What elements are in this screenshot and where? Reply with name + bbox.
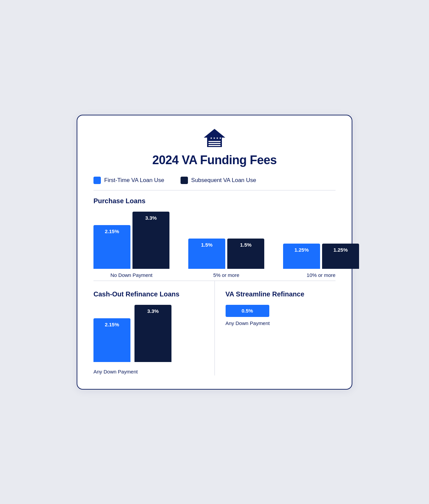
first-time-label: First-Time VA Loan Use bbox=[104, 177, 164, 184]
legend-subsequent: Subsequent VA Loan Use bbox=[181, 177, 256, 184]
bar-group-no-down: 2.15% 3.3% No Down Payment bbox=[93, 212, 169, 278]
streamline-label: Any Down Payment bbox=[226, 320, 270, 326]
bottom-sections: Cash-Out Refinance Loans 2.15% 3.3% Any … bbox=[93, 281, 336, 375]
subsequent-label: Subsequent VA Loan Use bbox=[191, 177, 256, 184]
va-house-icon: ★★★★ bbox=[202, 128, 227, 150]
streamline-area: 0.5% Any Down Payment bbox=[226, 305, 336, 375]
bar-subsequent-no-down: 3.3% bbox=[132, 212, 169, 269]
bars-no-down: 2.15% 3.3% bbox=[93, 212, 169, 269]
cashout-bars: 2.15% 3.3% bbox=[93, 305, 171, 362]
cashout-label: Any Down Payment bbox=[93, 369, 138, 374]
cashout-bar-subsequent: 3.3% bbox=[134, 305, 171, 362]
legend-first-time: First-Time VA Loan Use bbox=[93, 177, 164, 184]
bars-5pct: 1.5% 1.5% bbox=[188, 239, 264, 269]
cashout-bar-first-time: 2.15% bbox=[93, 318, 130, 362]
bar-first-time-no-down: 2.15% bbox=[93, 225, 130, 269]
svg-rect-4 bbox=[208, 145, 221, 146]
svg-text:★★★★: ★★★★ bbox=[210, 137, 222, 139]
purchase-loans-title: Purchase Loans bbox=[93, 197, 336, 205]
subsequent-swatch bbox=[181, 177, 188, 184]
bar-group-10pct: 1.25% 1.25% 10% or more bbox=[283, 244, 359, 278]
cashout-title: Cash-Out Refinance Loans bbox=[93, 290, 204, 298]
cashout-section: Cash-Out Refinance Loans 2.15% 3.3% Any … bbox=[93, 281, 215, 375]
svg-rect-2 bbox=[208, 141, 221, 142]
bars-10pct: 1.25% 1.25% bbox=[283, 244, 359, 269]
purchase-chart: 2.15% 3.3% No Down Payment 1.5% 1.5% 5% … bbox=[93, 212, 336, 278]
bar-group-5pct: 1.5% 1.5% 5% or more bbox=[188, 239, 264, 278]
streamline-bar: 0.5% bbox=[226, 305, 269, 317]
header: ★★★★ 2024 VA Funding Fees bbox=[93, 128, 336, 167]
bar-first-time-10pct: 1.25% bbox=[283, 244, 320, 269]
bar-subsequent-10pct: 1.25% bbox=[322, 244, 359, 269]
label-no-down: No Down Payment bbox=[110, 272, 152, 278]
label-10pct: 10% or more bbox=[307, 272, 336, 278]
bar-subsequent-5pct: 1.5% bbox=[227, 239, 264, 269]
svg-rect-3 bbox=[208, 143, 221, 144]
first-time-swatch bbox=[93, 177, 101, 184]
bar-first-time-5pct: 1.5% bbox=[188, 239, 225, 269]
main-card: ★★★★ 2024 VA Funding Fees First-Time VA … bbox=[77, 115, 352, 390]
label-5pct: 5% or more bbox=[213, 272, 239, 278]
streamline-title: VA Streamline Refinance bbox=[226, 290, 336, 298]
streamline-section: VA Streamline Refinance 0.5% Any Down Pa… bbox=[215, 281, 336, 375]
purchase-loans-section: Purchase Loans 2.15% 3.3% No Down Paymen… bbox=[93, 197, 336, 278]
streamline-bar-wrap: 0.5% Any Down Payment bbox=[226, 305, 270, 326]
page-title: 2024 VA Funding Fees bbox=[152, 153, 277, 167]
legend: First-Time VA Loan Use Subsequent VA Loa… bbox=[93, 177, 336, 190]
